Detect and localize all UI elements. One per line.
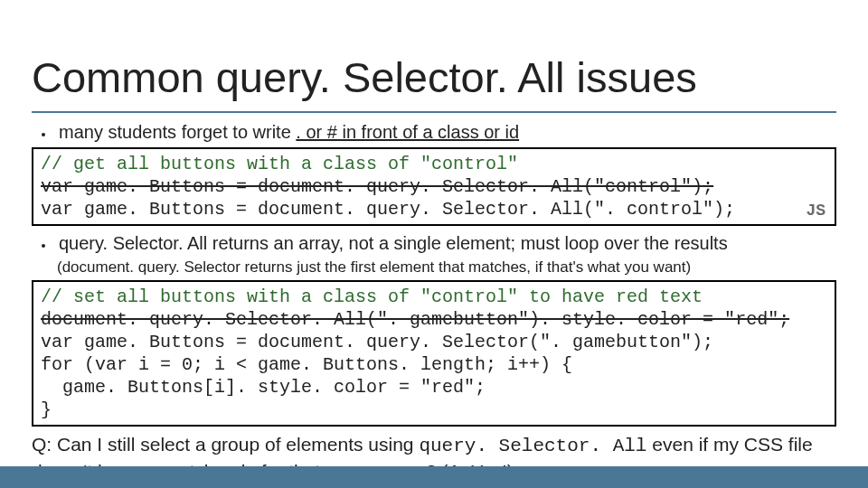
code2-line6: } — [41, 399, 52, 420]
qa-prefix: Q: Can I still select a group of element… — [32, 434, 419, 455]
slide-title: Common query. Selector. All issues — [32, 52, 836, 102]
bullet-1-text: many students forget to write — [59, 122, 296, 142]
slide: Common query. Selector. All issues many … — [0, 0, 868, 488]
bullet-2: query. Selector. All returns an array, n… — [55, 231, 836, 255]
code2-comment: // set all buttons with a class of "cont… — [41, 286, 703, 307]
code1-right: var game. Buttons = document. query. Sel… — [41, 199, 735, 220]
bullet-2-subnote: (document. query. Selector returns just … — [57, 258, 836, 277]
code1-wrong: var game. Buttons = document. query. Sel… — [41, 176, 713, 197]
qa-code: query. Selector. All — [419, 436, 646, 456]
code-block-1: // get all buttons with a class of "cont… — [32, 147, 836, 226]
code2-wrong: document. query. Selector. All(". gamebu… — [41, 309, 789, 330]
bullet-list-2: query. Selector. All returns an array, n… — [32, 231, 836, 255]
footer-bar — [0, 466, 868, 488]
code2-line3: var game. Buttons = document. query. Sel… — [41, 332, 713, 352]
title-rule — [32, 111, 836, 113]
code1-comment: // get all buttons with a class of "cont… — [41, 154, 518, 174]
slide-content: Common query. Selector. All issues many … — [32, 52, 836, 485]
bullet-1: many students forget to write . or # in … — [55, 120, 836, 144]
code2-line5: game. Buttons[i]. style. color = "red"; — [41, 377, 486, 398]
code2-line4: for (var i = 0; i < game. Buttons. lengt… — [41, 354, 572, 375]
bullet-list-1: many students forget to write . or # in … — [32, 120, 836, 144]
code-block-2: // set all buttons with a class of "cont… — [32, 280, 836, 427]
bullet-1-underlined: . or # in front of a class or id — [296, 122, 519, 142]
js-label: JS — [806, 201, 826, 221]
